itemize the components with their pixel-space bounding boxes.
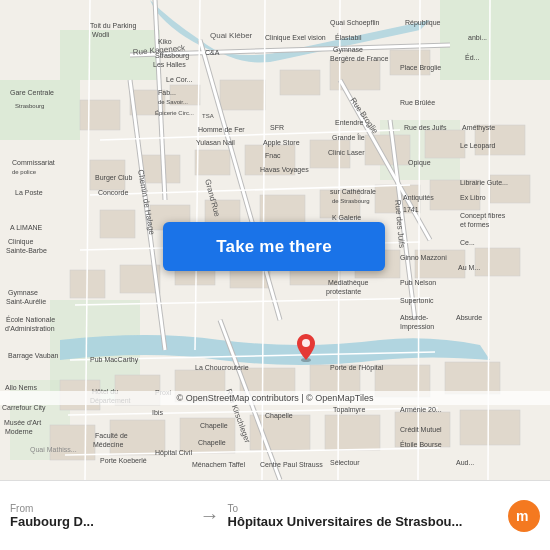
svg-text:Wodli: Wodli	[92, 31, 110, 38]
svg-text:Fab...: Fab...	[158, 89, 176, 96]
svg-text:Clinic Laser: Clinic Laser	[328, 149, 365, 156]
svg-text:Au M...: Au M...	[458, 264, 480, 271]
svg-text:Commissariat: Commissariat	[12, 159, 55, 166]
footer-to-label: To	[228, 503, 500, 514]
svg-text:Étoile Bourse: Étoile Bourse	[400, 440, 442, 448]
svg-text:Havas Voyages: Havas Voyages	[260, 166, 309, 174]
svg-text:Grande Île: Grande Île	[332, 133, 365, 141]
svg-text:La Choucrouterie: La Choucrouterie	[195, 364, 249, 371]
svg-text:Yulasan Nail: Yulasan Nail	[196, 139, 235, 146]
svg-rect-22	[100, 210, 135, 238]
svg-text:Porte Koeberlé: Porte Koeberlé	[100, 457, 147, 464]
moovit-logo-circle: m	[508, 500, 540, 532]
svg-rect-7	[80, 100, 120, 130]
svg-text:Chapelle: Chapelle	[198, 439, 226, 447]
svg-text:C&A: C&A	[205, 49, 220, 56]
svg-text:Entendre: Entendre	[335, 119, 364, 126]
svg-text:Ce...: Ce...	[460, 239, 475, 246]
svg-text:Homme de Fer: Homme de Fer	[198, 126, 245, 133]
svg-text:Librairie Gute...: Librairie Gute...	[460, 179, 508, 186]
svg-text:Place Broglie: Place Broglie	[400, 64, 441, 72]
svg-text:SFR: SFR	[270, 124, 284, 131]
svg-text:Rue Brûlée: Rue Brûlée	[400, 99, 435, 106]
svg-point-183	[302, 339, 310, 347]
svg-text:Médiathèque: Médiathèque	[328, 279, 369, 287]
footer-destination: To Hôpitaux Universitaires de Strasbou..…	[228, 503, 500, 529]
svg-text:Éd...: Éd...	[465, 53, 479, 61]
svg-text:de Strasbourg: de Strasbourg	[332, 198, 370, 204]
svg-text:La Poste: La Poste	[15, 189, 43, 196]
svg-text:Toit du Parking: Toit du Parking	[90, 22, 136, 30]
svg-text:Porte de l'Hôpital: Porte de l'Hôpital	[330, 364, 384, 372]
svg-text:République: République	[405, 19, 441, 27]
svg-text:Le Leopard: Le Leopard	[460, 142, 496, 150]
map-container: Rue Kageneck Chemin de Halage Quai Klébe…	[0, 0, 550, 480]
svg-text:Pub Nelson: Pub Nelson	[400, 279, 436, 286]
svg-text:de police: de police	[12, 169, 37, 175]
svg-text:Supertonic: Supertonic	[400, 297, 434, 305]
svg-text:Strasbourg: Strasbourg	[155, 52, 189, 60]
svg-rect-51	[460, 410, 520, 445]
svg-text:Améthyste: Améthyste	[462, 124, 495, 132]
svg-text:Les Halles: Les Halles	[153, 61, 186, 68]
svg-text:Gare Centrale: Gare Centrale	[10, 89, 54, 96]
direction-arrow-icon: →	[200, 504, 220, 527]
svg-rect-16	[195, 150, 230, 175]
svg-text:Faculté de: Faculté de	[95, 432, 128, 439]
svg-text:Ménachem Taffel: Ménachem Taffel	[192, 461, 245, 468]
destination-pin	[295, 334, 317, 362]
footer-origin-label: From	[10, 503, 192, 514]
svg-text:d'Administration: d'Administration	[5, 325, 55, 332]
svg-text:Allo Nems: Allo Nems	[5, 384, 37, 391]
svg-text:Élastabil: Élastabil	[335, 33, 362, 41]
svg-text:Ex Libro: Ex Libro	[460, 194, 486, 201]
svg-rect-10	[220, 80, 265, 110]
svg-text:Opique: Opique	[408, 159, 431, 167]
svg-text:Quai Mathiss...: Quai Mathiss...	[30, 446, 77, 454]
svg-text:Sélectour: Sélectour	[330, 459, 360, 466]
svg-rect-13	[390, 50, 430, 75]
svg-text:Saint-Aurélie: Saint-Aurélie	[6, 298, 46, 305]
svg-rect-3	[440, 0, 550, 80]
svg-text:et formes: et formes	[460, 221, 490, 228]
footer-bar: From Faubourg D... → To Hôpitaux Univers…	[0, 480, 550, 550]
svg-text:de Savoir...: de Savoir...	[158, 99, 188, 105]
take-me-there-button[interactable]: Take me there	[163, 222, 385, 271]
footer-from-text: Faubourg D...	[10, 514, 192, 529]
map-attribution: © OpenStreetMap contributors | © OpenMap…	[0, 391, 550, 405]
svg-text:Moderne: Moderne	[5, 428, 33, 435]
svg-text:Ibis: Ibis	[152, 409, 163, 416]
svg-text:Arménie 20...: Arménie 20...	[400, 406, 442, 413]
svg-text:Absurde-: Absurde-	[400, 314, 429, 321]
svg-rect-37	[475, 248, 520, 276]
svg-text:m: m	[516, 508, 528, 524]
svg-text:Quai Schoepflin: Quai Schoepflin	[330, 19, 380, 27]
svg-text:Aud...: Aud...	[456, 459, 474, 466]
svg-text:Centre Paul Strauss: Centre Paul Strauss	[260, 461, 323, 468]
svg-rect-12	[330, 60, 380, 90]
svg-text:Bergère de France: Bergère de France	[330, 55, 388, 63]
svg-text:Impression: Impression	[400, 323, 434, 331]
svg-text:Ginno Mazzoni: Ginno Mazzoni	[400, 254, 447, 261]
svg-text:Barrage Vauban: Barrage Vauban	[8, 352, 59, 360]
svg-text:Crédit Mutuel: Crédit Mutuel	[400, 426, 442, 433]
svg-text:Chapelle: Chapelle	[200, 422, 228, 430]
svg-text:Topalmyre: Topalmyre	[333, 406, 365, 414]
svg-rect-44	[445, 362, 500, 394]
svg-text:Rue des Juifs: Rue des Juifs	[404, 124, 447, 131]
svg-text:Antiquités: Antiquités	[403, 194, 434, 202]
svg-text:Le Cor...: Le Cor...	[166, 76, 193, 83]
moovit-logo-icon: m	[514, 507, 534, 525]
svg-rect-49	[325, 415, 380, 450]
svg-text:Clinique: Clinique	[8, 238, 33, 246]
svg-text:Gymnase: Gymnase	[333, 46, 363, 54]
svg-text:1741: 1741	[403, 206, 419, 213]
svg-text:Concept fibres: Concept fibres	[460, 212, 506, 220]
svg-text:anbi...: anbi...	[468, 34, 487, 41]
svg-text:Carrefour City: Carrefour City	[2, 404, 46, 412]
svg-text:Sainte-Barbe: Sainte-Barbe	[6, 247, 47, 254]
footer-to-text: Hôpitaux Universitaires de Strasbou...	[228, 514, 500, 529]
svg-text:Concorde: Concorde	[98, 189, 128, 196]
svg-text:Apple Store: Apple Store	[263, 139, 300, 147]
svg-text:Pub MacCarthy: Pub MacCarthy	[90, 356, 139, 364]
